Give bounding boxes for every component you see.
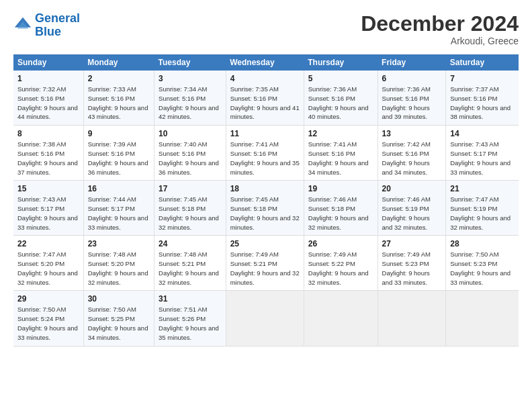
header: General Blue December 2024 Arkoudi, Gree… bbox=[13, 12, 519, 46]
logo: General Blue bbox=[13, 12, 80, 39]
calendar-cell: 14Sunrise: 7:43 AMSunset: 5:17 PMDayligh… bbox=[446, 126, 519, 181]
calendar-cell: 26Sunrise: 7:49 AMSunset: 5:22 PMDayligh… bbox=[304, 236, 378, 291]
calendar-cell: 5Sunrise: 7:36 AMSunset: 5:16 PMDaylight… bbox=[304, 71, 378, 126]
day-info: Sunrise: 7:47 AMSunset: 5:20 PMDaylight:… bbox=[17, 250, 78, 285]
calendar-cell: 4Sunrise: 7:35 AMSunset: 5:16 PMDaylight… bbox=[226, 71, 304, 126]
day-info: Sunrise: 7:49 AMSunset: 5:23 PMDaylight:… bbox=[382, 250, 431, 285]
calendar-cell: 12Sunrise: 7:41 AMSunset: 5:16 PMDayligh… bbox=[304, 126, 378, 181]
weekday-header: Monday bbox=[83, 54, 154, 71]
calendar-week-row: 1Sunrise: 7:32 AMSunset: 5:16 PMDaylight… bbox=[13, 71, 519, 126]
logo-icon bbox=[13, 16, 32, 35]
day-number: 20 bbox=[382, 184, 442, 193]
day-info: Sunrise: 7:43 AMSunset: 5:17 PMDaylight:… bbox=[17, 195, 78, 230]
day-info: Sunrise: 7:32 AMSunset: 5:16 PMDaylight:… bbox=[17, 85, 78, 120]
calendar-cell: 13Sunrise: 7:42 AMSunset: 5:16 PMDayligh… bbox=[378, 126, 446, 181]
calendar-cell: 7Sunrise: 7:37 AMSunset: 5:16 PMDaylight… bbox=[446, 71, 519, 126]
day-info: Sunrise: 7:46 AMSunset: 5:18 PMDaylight:… bbox=[308, 195, 369, 230]
calendar-cell: 30Sunrise: 7:50 AMSunset: 5:25 PMDayligh… bbox=[83, 291, 154, 346]
day-number: 30 bbox=[88, 294, 150, 304]
day-info: Sunrise: 7:50 AMSunset: 5:25 PMDaylight:… bbox=[88, 306, 148, 340]
day-number: 6 bbox=[382, 74, 442, 83]
day-number: 28 bbox=[450, 239, 515, 248]
calendar-cell: 27Sunrise: 7:49 AMSunset: 5:23 PMDayligh… bbox=[378, 236, 446, 291]
day-number: 12 bbox=[308, 129, 373, 138]
day-number: 5 bbox=[308, 74, 373, 83]
calendar-table: SundayMondayTuesdayWednesdayThursdayFrid… bbox=[13, 54, 519, 346]
calendar-week-row: 22Sunrise: 7:47 AMSunset: 5:20 PMDayligh… bbox=[13, 236, 519, 291]
day-info: Sunrise: 7:44 AMSunset: 5:17 PMDaylight:… bbox=[88, 195, 148, 230]
calendar-cell bbox=[304, 291, 378, 346]
calendar-cell: 28Sunrise: 7:50 AMSunset: 5:23 PMDayligh… bbox=[446, 236, 519, 291]
calendar-cell: 6Sunrise: 7:36 AMSunset: 5:16 PMDaylight… bbox=[378, 71, 446, 126]
day-number: 10 bbox=[159, 129, 222, 138]
calendar-cell: 1Sunrise: 7:32 AMSunset: 5:16 PMDaylight… bbox=[13, 71, 83, 126]
calendar-cell bbox=[226, 291, 304, 346]
day-info: Sunrise: 7:39 AMSunset: 5:16 PMDaylight:… bbox=[88, 140, 148, 175]
day-info: Sunrise: 7:36 AMSunset: 5:16 PMDaylight:… bbox=[382, 85, 431, 120]
page: General Blue December 2024 Arkoudi, Gree… bbox=[0, 0, 532, 353]
day-number: 18 bbox=[230, 184, 300, 193]
day-info: Sunrise: 7:50 AMSunset: 5:24 PMDaylight:… bbox=[17, 306, 78, 340]
calendar-cell: 16Sunrise: 7:44 AMSunset: 5:17 PMDayligh… bbox=[83, 181, 154, 236]
day-number: 7 bbox=[450, 74, 515, 83]
day-info: Sunrise: 7:38 AMSunset: 5:16 PMDaylight:… bbox=[17, 140, 78, 175]
day-number: 22 bbox=[17, 239, 79, 248]
calendar-cell: 3Sunrise: 7:34 AMSunset: 5:16 PMDaylight… bbox=[154, 71, 226, 126]
calendar-cell: 22Sunrise: 7:47 AMSunset: 5:20 PMDayligh… bbox=[13, 236, 83, 291]
day-info: Sunrise: 7:41 AMSunset: 5:16 PMDaylight:… bbox=[308, 140, 369, 175]
day-info: Sunrise: 7:43 AMSunset: 5:17 PMDaylight:… bbox=[450, 140, 511, 175]
calendar-week-row: 8Sunrise: 7:38 AMSunset: 5:16 PMDaylight… bbox=[13, 126, 519, 181]
day-number: 17 bbox=[159, 184, 222, 193]
calendar-cell: 8Sunrise: 7:38 AMSunset: 5:16 PMDaylight… bbox=[13, 126, 83, 181]
day-number: 21 bbox=[450, 184, 515, 193]
calendar-cell: 2Sunrise: 7:33 AMSunset: 5:16 PMDaylight… bbox=[83, 71, 154, 126]
day-number: 26 bbox=[308, 239, 373, 248]
location: Arkoudi, Greece bbox=[361, 36, 519, 46]
weekday-header: Wednesday bbox=[226, 54, 304, 71]
day-info: Sunrise: 7:42 AMSunset: 5:16 PMDaylight:… bbox=[382, 140, 431, 175]
calendar-cell: 23Sunrise: 7:48 AMSunset: 5:20 PMDayligh… bbox=[83, 236, 154, 291]
day-number: 24 bbox=[159, 239, 222, 248]
calendar-cell: 11Sunrise: 7:41 AMSunset: 5:16 PMDayligh… bbox=[226, 126, 304, 181]
day-info: Sunrise: 7:48 AMSunset: 5:20 PMDaylight:… bbox=[88, 250, 148, 285]
day-number: 15 bbox=[17, 184, 79, 193]
calendar-week-row: 29Sunrise: 7:50 AMSunset: 5:24 PMDayligh… bbox=[13, 291, 519, 346]
day-info: Sunrise: 7:49 AMSunset: 5:21 PMDaylight:… bbox=[230, 250, 300, 285]
day-number: 1 bbox=[17, 74, 79, 83]
calendar-cell: 9Sunrise: 7:39 AMSunset: 5:16 PMDaylight… bbox=[83, 126, 154, 181]
calendar-cell: 20Sunrise: 7:46 AMSunset: 5:19 PMDayligh… bbox=[378, 181, 446, 236]
day-number: 2 bbox=[88, 74, 150, 83]
day-info: Sunrise: 7:34 AMSunset: 5:16 PMDaylight:… bbox=[159, 85, 219, 120]
day-number: 25 bbox=[230, 239, 300, 248]
calendar-cell: 15Sunrise: 7:43 AMSunset: 5:17 PMDayligh… bbox=[13, 181, 83, 236]
day-number: 9 bbox=[88, 129, 150, 138]
day-info: Sunrise: 7:45 AMSunset: 5:18 PMDaylight:… bbox=[159, 195, 219, 230]
day-number: 19 bbox=[308, 184, 373, 193]
day-info: Sunrise: 7:46 AMSunset: 5:19 PMDaylight:… bbox=[382, 195, 431, 230]
calendar-cell: 31Sunrise: 7:51 AMSunset: 5:26 PMDayligh… bbox=[154, 291, 226, 346]
calendar-cell: 10Sunrise: 7:40 AMSunset: 5:16 PMDayligh… bbox=[154, 126, 226, 181]
calendar-week-row: 15Sunrise: 7:43 AMSunset: 5:17 PMDayligh… bbox=[13, 181, 519, 236]
calendar-cell: 17Sunrise: 7:45 AMSunset: 5:18 PMDayligh… bbox=[154, 181, 226, 236]
month-title: December 2024 bbox=[361, 12, 519, 36]
day-info: Sunrise: 7:35 AMSunset: 5:16 PMDaylight:… bbox=[230, 85, 300, 120]
calendar-cell: 21Sunrise: 7:47 AMSunset: 5:19 PMDayligh… bbox=[446, 181, 519, 236]
day-info: Sunrise: 7:51 AMSunset: 5:26 PMDaylight:… bbox=[159, 306, 219, 340]
day-info: Sunrise: 7:37 AMSunset: 5:16 PMDaylight:… bbox=[450, 85, 511, 120]
day-number: 31 bbox=[159, 294, 222, 304]
calendar-cell: 25Sunrise: 7:49 AMSunset: 5:21 PMDayligh… bbox=[226, 236, 304, 291]
weekday-header: Saturday bbox=[446, 54, 519, 71]
logo-text: General Blue bbox=[35, 12, 80, 39]
day-number: 16 bbox=[88, 184, 150, 193]
day-info: Sunrise: 7:40 AMSunset: 5:16 PMDaylight:… bbox=[159, 140, 219, 175]
weekday-header: Tuesday bbox=[154, 54, 226, 71]
day-number: 3 bbox=[159, 74, 222, 83]
day-info: Sunrise: 7:50 AMSunset: 5:23 PMDaylight:… bbox=[450, 250, 511, 285]
day-info: Sunrise: 7:49 AMSunset: 5:22 PMDaylight:… bbox=[308, 250, 369, 285]
weekday-header-row: SundayMondayTuesdayWednesdayThursdayFrid… bbox=[13, 54, 519, 71]
calendar-cell bbox=[446, 291, 519, 346]
weekday-header: Friday bbox=[378, 54, 446, 71]
day-info: Sunrise: 7:33 AMSunset: 5:16 PMDaylight:… bbox=[88, 85, 148, 120]
day-number: 14 bbox=[450, 129, 515, 138]
day-number: 29 bbox=[17, 294, 79, 304]
